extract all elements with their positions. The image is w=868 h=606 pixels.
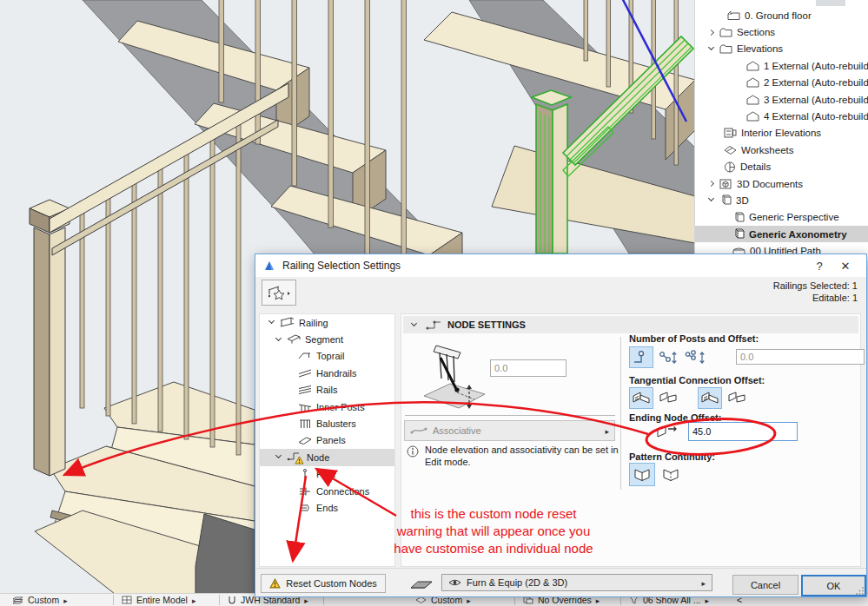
one-post-option[interactable]	[629, 346, 653, 368]
cube-icon	[732, 212, 745, 223]
tree-item-segment[interactable]: Segment	[260, 331, 394, 347]
navigator-item-3d-documents[interactable]: 3D Documents	[695, 175, 868, 192]
cancel-button[interactable]: Cancel	[732, 575, 798, 595]
chevron-down-icon[interactable]	[275, 335, 284, 345]
chevron-down-icon[interactable]	[410, 320, 420, 330]
flyout-arrow-icon[interactable]	[63, 595, 68, 605]
favorites-button[interactable]	[262, 280, 296, 306]
navigator-item-sections[interactable]: Sections	[695, 23, 868, 40]
tree-item-label: Railing	[299, 318, 328, 328]
tangential-option-b2[interactable]	[725, 387, 749, 409]
tree-item-label: Panels	[316, 435, 346, 445]
layer-value: Furn & Equip (2D & 3D)	[467, 577, 696, 588]
many-posts-icon	[684, 349, 706, 366]
favorites-railing-star-icon	[267, 284, 291, 301]
tree-item-post[interactable]: Post	[260, 466, 394, 483]
tree-item-balusters[interactable]: Balusters	[260, 415, 394, 431]
tangential-option-a2[interactable]	[656, 387, 680, 409]
ends-icon	[298, 503, 312, 513]
flyout-arrow-icon	[701, 577, 706, 588]
two-posts-option[interactable]	[656, 346, 680, 368]
tangential-option-b1[interactable]	[698, 387, 722, 409]
layer-dropdown[interactable]: Furn & Equip (2D & 3D)	[441, 574, 712, 591]
cancel-label: Cancel	[751, 580, 780, 590]
tree-item-toprail[interactable]: Toprail	[260, 348, 394, 365]
pattern-restart-option[interactable]	[658, 463, 684, 486]
associative-dropdown[interactable]: Associative	[404, 420, 615, 441]
chevron-down-icon[interactable]	[275, 452, 284, 462]
node-settings-header[interactable]: NODE SETTINGS	[403, 316, 858, 333]
help-button[interactable]: ?	[806, 260, 832, 273]
pen-set-icon	[228, 596, 236, 604]
resize-grip[interactable]	[856, 586, 865, 595]
navigator-item-generic-axonometry[interactable]: Generic Axonometry	[695, 226, 868, 242]
node-elevation-input[interactable]	[490, 359, 567, 377]
node-warning-icon	[287, 451, 302, 464]
dialog-titlebar[interactable]: Railing Selection Settings ? ✕	[255, 254, 866, 277]
dialog-toolbar: Railings Selected: 1 Editable: 1	[255, 277, 866, 308]
posts-offset-label: Number of Posts and Offset:	[629, 333, 759, 344]
chevron-down-icon[interactable]	[707, 195, 717, 205]
dialog-bottom-bar: Reset Custom Nodes Furn & Equip (2D & 3D…	[255, 568, 866, 596]
tree-item-label: Rails	[316, 385, 337, 395]
posts-offset-input[interactable]	[736, 349, 865, 365]
reset-custom-nodes-button[interactable]: Reset Custom Nodes	[261, 574, 386, 593]
tree-item-panels[interactable]: Panels	[260, 432, 394, 449]
pattern-continuous-option[interactable]	[629, 463, 655, 486]
close-button[interactable]: ✕	[832, 260, 858, 273]
tree-item-ends[interactable]: Ends	[260, 499, 394, 516]
statusbar-divider	[113, 595, 114, 605]
navigator-item-elevation-3[interactable]: 3 External (Auto-rebuild Model)	[695, 91, 868, 108]
pattern-continuity-label: Pattern Continuity:	[629, 451, 715, 462]
navigator-scroll-fragment	[816, 0, 845, 6]
railing-icon	[280, 317, 295, 328]
navigator-item-elevation-1[interactable]: 1 External (Auto-rebuild Model)	[695, 57, 868, 74]
navigator-item-generic-perspective[interactable]: Generic Perspective	[695, 209, 868, 226]
navigator-item-3d[interactable]: 3D	[695, 192, 868, 208]
chevron-down-icon[interactable]	[707, 44, 717, 54]
toprail-icon	[298, 351, 312, 361]
layers-icon	[12, 596, 23, 604]
posts-count-options	[629, 346, 707, 368]
tree-item-handrails[interactable]: Handrails	[260, 365, 394, 381]
many-posts-option[interactable]	[683, 346, 707, 368]
post-icon	[298, 469, 312, 479]
editable-count: Editable: 1	[773, 293, 858, 305]
navigator-item-elevation-2[interactable]: 2 External (Auto-rebuild Model)	[695, 75, 868, 91]
navigator-item-elevations[interactable]: Elevations	[695, 41, 868, 57]
tree-item-label: Handrails	[316, 368, 356, 379]
rails-icon	[298, 385, 312, 395]
app-window: 0. Ground floor Sections Elevations 1 Ex…	[0, 0, 868, 606]
tangential-option-a1[interactable]	[629, 387, 653, 409]
flyout-arrow-icon[interactable]	[192, 595, 196, 605]
ending-offset-input[interactable]	[688, 422, 798, 441]
navigator-panel: 0. Ground floor Sections Elevations 1 Ex…	[694, 0, 868, 260]
associative-spline-icon	[410, 425, 427, 436]
tree-item-connections[interactable]: Connections	[260, 483, 394, 499]
navigator-item-elevation-4[interactable]: 4 External (Auto-rebuild Model)	[695, 108, 868, 124]
navigator-item-details[interactable]: Details	[695, 159, 868, 175]
node-preview-image	[417, 340, 492, 417]
chevron-down-icon[interactable]	[268, 318, 277, 327]
quick-option-value: Custom	[28, 595, 59, 605]
quick-options-layer[interactable]: Custom	[12, 594, 68, 606]
node-settings-icon	[425, 319, 442, 331]
chevron-right-icon[interactable]	[707, 179, 717, 188]
tangential-offset-label: Tangential Connection Offset:	[629, 375, 765, 385]
tree-item-node[interactable]: Node	[260, 449, 394, 465]
elevation-icon	[746, 61, 759, 71]
tree-item-inner-posts[interactable]: Inner Posts	[260, 399, 394, 415]
info-row: Node elevation and associativity can be …	[407, 445, 631, 468]
navigator-item-label: Elevations	[737, 43, 783, 54]
navigator-item-ground-floor[interactable]: 0. Ground floor	[695, 7, 868, 23]
inner-posts-icon	[298, 402, 312, 412]
quick-options-model-filter[interactable]: Entire Model	[122, 594, 195, 606]
navigator-item-interior-elevations[interactable]: Interior Elevations	[695, 125, 868, 142]
panels-icon	[298, 435, 312, 445]
tree-item-railing[interactable]: Railing	[260, 314, 394, 331]
tree-item-rails[interactable]: Rails	[260, 382, 394, 399]
navigator-item-label: 4 External (Auto-rebuild Model)	[764, 111, 868, 122]
navigator-item-worksheets[interactable]: Worksheets	[695, 142, 868, 158]
navigator-item-label: Sections	[737, 27, 775, 37]
chevron-right-icon[interactable]	[707, 28, 717, 37]
